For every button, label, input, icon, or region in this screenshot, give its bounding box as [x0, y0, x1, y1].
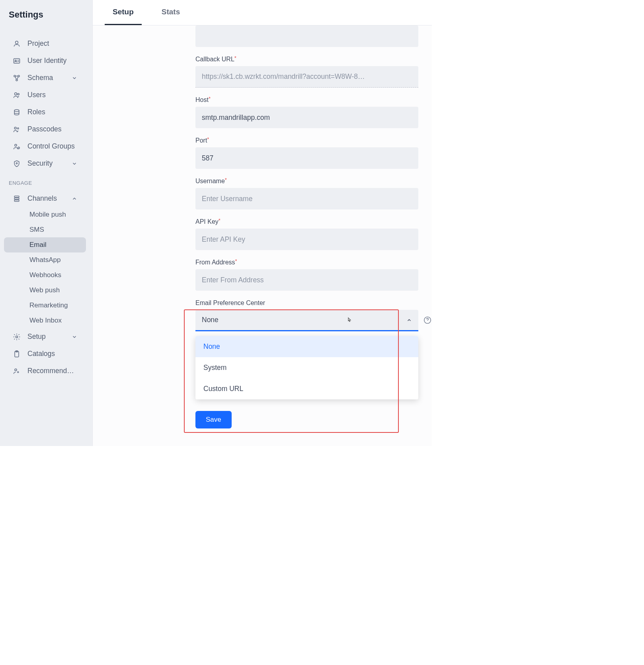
username-input[interactable] — [195, 188, 418, 209]
svg-point-2 — [15, 60, 16, 61]
svg-point-12 — [18, 147, 20, 149]
tab-setup[interactable]: Setup — [105, 0, 142, 25]
svg-point-8 — [14, 110, 19, 111]
host-label: Host* — [195, 96, 418, 104]
sidebar-item-users[interactable]: Users — [4, 86, 86, 104]
sidebar-item-label: Schema — [27, 74, 53, 82]
svg-point-7 — [18, 93, 19, 95]
sidebar-item-setup[interactable]: Setup — [4, 328, 86, 345]
chevron-up-icon — [406, 317, 412, 323]
email-pref-center-label: Email Preference Center — [195, 299, 418, 307]
unnamed-input[interactable] — [195, 25, 418, 47]
svg-point-4 — [18, 75, 20, 76]
svg-rect-16 — [14, 200, 19, 201]
channels-icon — [13, 195, 21, 203]
sidebar-item-user-identity[interactable]: User Identity — [4, 52, 86, 69]
form-scroll-area[interactable]: Callback URL* Host* Port* Username* API — [93, 25, 432, 446]
sidebar-item-channels[interactable]: Channels — [4, 190, 86, 207]
users-icon — [13, 91, 21, 99]
sidebar-item-label: Setup — [27, 332, 46, 341]
tab-stats[interactable]: Stats — [154, 0, 188, 25]
sidebar-item-label: Catalogs — [27, 350, 55, 358]
email-setup-form: Callback URL* Host* Port* Username* API — [195, 25, 418, 444]
sidebar-item-recommend[interactable]: Recommend… — [4, 362, 86, 379]
svg-point-10 — [18, 127, 19, 129]
chevron-down-icon — [72, 75, 77, 81]
gear-icon — [13, 333, 21, 341]
sidebar-item-label: Passcodes — [27, 125, 62, 133]
sidebar-item-control-groups[interactable]: Control Groups — [4, 138, 86, 155]
help-icon[interactable] — [423, 316, 432, 325]
id-card-icon — [13, 57, 21, 65]
sidebar-item-label: User Identity — [27, 57, 66, 65]
sidebar-item-roles[interactable]: Roles — [4, 104, 86, 121]
channel-web-push[interactable]: Web push — [4, 283, 86, 298]
svg-point-11 — [15, 144, 17, 146]
svg-point-0 — [16, 41, 18, 44]
svg-point-6 — [15, 92, 17, 95]
api-key-input[interactable] — [195, 229, 418, 250]
clipboard-icon — [13, 350, 21, 358]
main-panel: Setup Stats Callback URL* Host* Port* — [92, 0, 432, 446]
channel-mobile-push[interactable]: Mobile push — [4, 207, 86, 222]
channel-whatsapp[interactable]: WhatsApp — [4, 252, 86, 268]
control-groups-icon — [13, 143, 21, 151]
port-label: Port* — [195, 137, 418, 144]
chevron-down-icon — [72, 334, 77, 340]
sidebar-item-label: Roles — [27, 108, 45, 116]
svg-point-9 — [14, 127, 16, 129]
recommend-icon — [13, 367, 21, 375]
email-pref-center-select[interactable]: None — [195, 310, 418, 331]
channel-remarketing[interactable]: Remarketing — [4, 298, 86, 313]
chevron-up-icon — [72, 196, 77, 201]
port-input[interactable] — [195, 147, 418, 169]
username-label: Username* — [195, 178, 418, 185]
sidebar-item-label: Control Groups — [27, 142, 75, 151]
svg-rect-14 — [14, 196, 19, 197]
channel-email[interactable]: Email — [4, 237, 86, 252]
sidebar-item-catalogs[interactable]: Catalogs — [4, 345, 86, 362]
channel-web-inbox[interactable]: Web Inbox — [4, 313, 86, 328]
callback-url-label: Callback URL* — [195, 56, 418, 63]
tabs-bar: Setup Stats — [93, 0, 432, 25]
svg-rect-1 — [14, 59, 20, 63]
svg-point-17 — [16, 336, 18, 338]
dropdown-option-none[interactable]: None — [195, 336, 418, 357]
svg-point-3 — [14, 75, 16, 76]
sidebar-item-schema[interactable]: Schema — [4, 69, 86, 86]
email-pref-center-select-wrap: None None System Custom URL — [195, 310, 418, 331]
sidebar-item-label: Users — [27, 91, 46, 99]
svg-point-13 — [16, 162, 17, 164]
sidebar-item-label: Project — [27, 39, 49, 48]
dropdown-option-system[interactable]: System — [195, 357, 418, 378]
channel-sms[interactable]: SMS — [4, 222, 86, 237]
passcodes-icon — [13, 125, 21, 133]
chevron-down-icon — [72, 161, 77, 166]
user-icon — [13, 40, 21, 48]
sidebar-item-passcodes[interactable]: Passcodes — [4, 121, 86, 138]
email-pref-center-dropdown: None System Custom URL — [195, 336, 418, 399]
channel-webhooks[interactable]: Webhooks — [4, 268, 86, 283]
roles-icon — [13, 108, 21, 116]
sidebar-item-label: Recommend… — [27, 367, 74, 375]
pointer-cursor-icon — [346, 317, 353, 324]
svg-rect-15 — [14, 198, 19, 199]
from-address-input[interactable] — [195, 269, 418, 291]
sidebar-item-project[interactable]: Project — [4, 35, 86, 52]
sidebar-title: Settings — [0, 0, 92, 35]
dropdown-option-custom-url[interactable]: Custom URL — [195, 378, 418, 399]
api-key-label: API Key* — [195, 218, 418, 225]
schema-icon — [13, 74, 21, 82]
save-button[interactable]: Save — [195, 411, 232, 428]
sidebar-item-security[interactable]: Security — [4, 155, 86, 172]
settings-sidebar: Settings Project User Identity Schema Us… — [0, 0, 92, 446]
host-input[interactable] — [195, 107, 418, 128]
callback-url-input — [195, 66, 418, 88]
sidebar-scroll[interactable]: Project User Identity Schema Users Roles — [0, 35, 92, 446]
shield-icon — [13, 160, 21, 168]
sidebar-item-label: Channels — [27, 194, 57, 203]
engage-section-label: ENGAGE — [0, 172, 90, 190]
from-address-label: From Address* — [195, 259, 418, 266]
select-value: None — [202, 316, 219, 324]
svg-point-20 — [15, 369, 17, 371]
